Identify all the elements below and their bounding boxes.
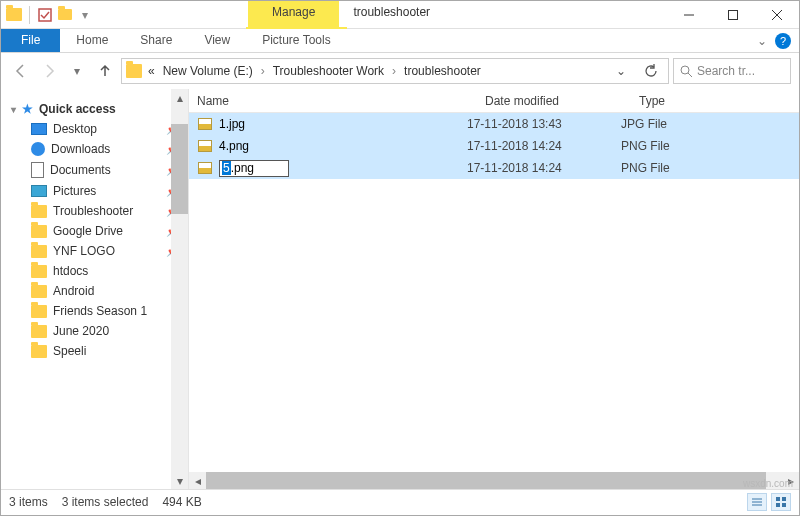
status-bar: 3 items 3 items selected 494 KB <box>1 489 799 513</box>
selected-count: 3 items selected <box>62 495 149 509</box>
folder-icon <box>31 305 47 318</box>
maximize-button[interactable] <box>711 1 755 28</box>
scroll-up-icon[interactable]: ▴ <box>171 89 188 106</box>
file-rows[interactable]: 1.jpg17-11-2018 13:43JPG File4.png17-11-… <box>189 113 799 472</box>
recent-locations-button[interactable]: ▾ <box>65 59 89 83</box>
chevron-right-icon[interactable]: › <box>259 64 267 78</box>
folder-icon <box>5 6 23 24</box>
sidebar-item-label: Downloads <box>51 142 110 156</box>
selection-size: 494 KB <box>162 495 201 509</box>
star-icon: ★ <box>22 102 33 116</box>
context-tab-manage[interactable]: Manage <box>248 0 339 28</box>
close-button[interactable] <box>755 1 799 28</box>
refresh-button[interactable] <box>638 59 664 83</box>
sidebar-item-june-2020[interactable]: June 2020 <box>1 321 188 341</box>
help-icon[interactable]: ? <box>775 33 791 49</box>
expand-ribbon-icon[interactable]: ⌄ <box>757 34 767 48</box>
folder-icon <box>31 285 47 298</box>
forward-button[interactable] <box>37 59 61 83</box>
folder-icon <box>31 345 47 358</box>
horizontal-scrollbar[interactable]: ◂ ▸ <box>189 472 799 489</box>
file-name: 4.png <box>219 139 249 153</box>
file-date: 17-11-2018 13:43 <box>467 117 621 131</box>
crumb-folder-1[interactable]: Troubleshooter Work <box>271 64 386 78</box>
navpane-scrollbar[interactable]: ▴ ▾ <box>171 89 188 489</box>
column-type[interactable]: Type <box>639 94 749 108</box>
watermark: wsxdn.com <box>743 478 793 489</box>
minimize-button[interactable] <box>667 1 711 28</box>
quick-access-header[interactable]: ▾ ★ Quick access <box>1 99 188 119</box>
crumb-volume[interactable]: New Volume (E:) <box>161 64 255 78</box>
sidebar-item-htdocs[interactable]: htdocs <box>1 261 188 281</box>
sidebar-item-label: Pictures <box>53 184 96 198</box>
table-row[interactable]: 4.png17-11-2018 14:24PNG File <box>189 135 799 157</box>
navigation-pane: ▾ ★ Quick access Desktop📌Downloads📌Docum… <box>1 89 189 489</box>
hscroll-thumb[interactable] <box>206 472 766 489</box>
title-bar: ▾ Manage troubleshooter <box>1 1 799 29</box>
tab-share[interactable]: Share <box>124 29 188 52</box>
sidebar-item-troubleshooter[interactable]: Troubleshooter📌 <box>1 201 188 221</box>
svg-rect-12 <box>776 503 780 507</box>
sidebar-item-label: Friends Season 1 <box>53 304 147 318</box>
sidebar-item-speeli[interactable]: Speeli <box>1 341 188 361</box>
crumb-folder-2[interactable]: troubleshooter <box>402 64 483 78</box>
search-icon <box>680 65 693 78</box>
chevron-down-icon: ▾ <box>11 104 16 115</box>
address-bar[interactable]: « New Volume (E:) › Troubleshooter Work … <box>121 58 669 84</box>
details-view-button[interactable] <box>747 493 767 511</box>
up-button[interactable] <box>93 59 117 83</box>
sidebar-item-android[interactable]: Android <box>1 281 188 301</box>
file-date: 17-11-2018 14:24 <box>467 139 621 153</box>
tab-picture-tools[interactable]: Picture Tools <box>246 27 346 52</box>
image-file-icon <box>197 116 213 132</box>
crumb-prefix[interactable]: « <box>146 64 157 78</box>
column-date[interactable]: Date modified <box>485 94 639 108</box>
folder-icon <box>31 325 47 338</box>
image-file-icon <box>197 138 213 154</box>
table-row[interactable]: 5.png17-11-2018 14:24PNG File <box>189 157 799 179</box>
properties-icon[interactable] <box>36 6 54 24</box>
titlebar-middle: Manage troubleshooter <box>98 1 667 28</box>
scroll-down-icon[interactable]: ▾ <box>171 472 188 489</box>
chevron-right-icon[interactable]: › <box>390 64 398 78</box>
back-button[interactable] <box>9 59 33 83</box>
file-name: 1.jpg <box>219 117 245 131</box>
download-icon <box>31 142 45 156</box>
sidebar-item-documents[interactable]: Documents📌 <box>1 159 188 181</box>
svg-rect-13 <box>782 503 786 507</box>
svg-rect-2 <box>729 10 738 19</box>
file-tab[interactable]: File <box>1 29 60 52</box>
qat-dropdown-icon[interactable]: ▾ <box>76 6 94 24</box>
folder-icon <box>31 225 47 238</box>
table-row[interactable]: 1.jpg17-11-2018 13:43JPG File <box>189 113 799 135</box>
file-date: 17-11-2018 14:24 <box>467 161 621 175</box>
quick-access-toolbar: ▾ <box>1 1 98 28</box>
document-icon <box>31 162 44 178</box>
sidebar-item-ynf-logo[interactable]: YNF LOGO📌 <box>1 241 188 261</box>
scroll-thumb[interactable] <box>171 124 188 214</box>
sidebar-item-label: Speeli <box>53 344 86 358</box>
column-name[interactable]: Name <box>197 94 485 108</box>
folder-small-icon[interactable] <box>56 6 74 24</box>
scroll-left-icon[interactable]: ◂ <box>189 472 206 489</box>
sidebar-item-label: Google Drive <box>53 224 123 238</box>
window-controls <box>667 1 799 28</box>
folder-icon <box>31 245 47 258</box>
address-dropdown-icon[interactable]: ⌄ <box>608 59 634 83</box>
file-type: JPG File <box>621 117 731 131</box>
sidebar-item-desktop[interactable]: Desktop📌 <box>1 119 188 139</box>
sidebar-item-google-drive[interactable]: Google Drive📌 <box>1 221 188 241</box>
search-placeholder: Search tr... <box>697 64 755 78</box>
folder-icon <box>31 205 47 218</box>
rename-input[interactable]: 5.png <box>219 160 289 177</box>
tab-view[interactable]: View <box>188 29 246 52</box>
thumbnails-view-button[interactable] <box>771 493 791 511</box>
image-file-icon <box>197 160 213 176</box>
svg-point-5 <box>681 66 689 74</box>
tab-home[interactable]: Home <box>60 29 124 52</box>
sidebar-item-friends-season-1[interactable]: Friends Season 1 <box>1 301 188 321</box>
search-box[interactable]: Search tr... <box>673 58 791 84</box>
sidebar-item-downloads[interactable]: Downloads📌 <box>1 139 188 159</box>
sidebar-item-pictures[interactable]: Pictures📌 <box>1 181 188 201</box>
item-count: 3 items <box>9 495 48 509</box>
